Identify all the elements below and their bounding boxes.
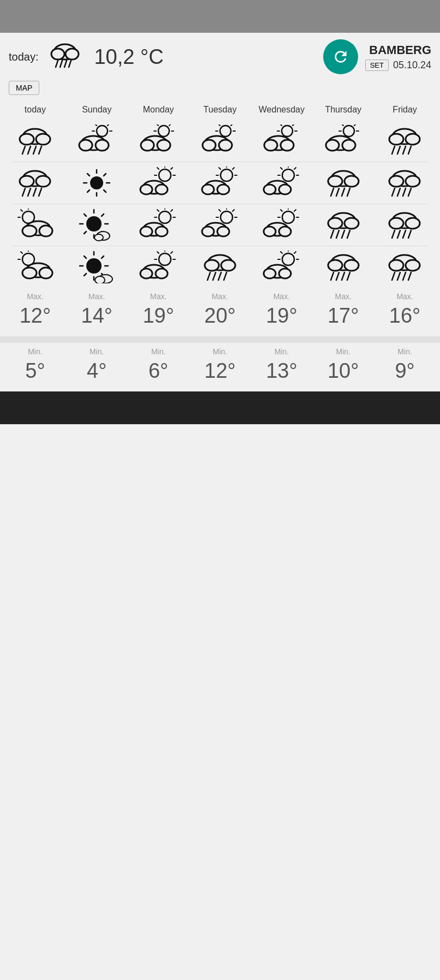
svg-line-214 [218,272,221,280]
svg-point-14 [97,126,108,136]
day-tuesday[interactable]: Tuesday [189,103,251,117]
svg-line-69 [22,188,25,196]
day-friday[interactable]: Friday [374,103,436,117]
svg-point-40 [219,140,232,151]
svg-line-65 [408,146,411,154]
weather-icon-r2c6 [319,167,368,199]
svg-line-172 [336,230,339,238]
icon-row-2 [4,162,436,204]
day-monday[interactable]: Monday [128,103,189,117]
svg-line-10 [22,146,25,154]
map-button[interactable]: MAP [9,81,39,95]
svg-line-135 [102,214,104,216]
day-sunday[interactable]: Sunday [66,103,128,117]
max-label-2: Max. [128,288,189,302]
svg-line-181 [408,230,411,238]
svg-line-119 [392,188,395,196]
svg-point-129 [39,225,52,236]
min-label-3: Min. [189,343,251,357]
svg-point-108 [279,185,291,194]
svg-point-189 [86,258,102,274]
svg-point-177 [406,218,420,229]
svg-point-2 [66,49,79,60]
weather-icon-r1c2 [72,124,121,157]
svg-line-5 [64,61,67,67]
day-today[interactable]: today [4,103,66,117]
svg-line-4 [60,61,62,67]
svg-point-49 [281,140,294,151]
max-temp-0: 12° [4,302,66,336]
svg-point-141 [159,211,171,223]
svg-line-112 [331,188,334,196]
weather-icon-r4c5 [257,251,306,283]
svg-line-212 [207,272,210,280]
date-display: 05.10.24 [393,60,431,71]
svg-line-80 [104,190,106,192]
max-temp-6: 16° [374,302,436,336]
svg-point-187 [22,268,37,278]
svg-point-57 [326,140,339,151]
svg-line-228 [331,272,334,280]
weather-icon-r4c7 [380,251,429,283]
max-label-6: Max. [374,288,436,302]
max-temp-4: 19° [251,302,312,336]
svg-line-195 [84,256,86,258]
svg-point-157 [202,227,214,236]
svg-line-28 [157,124,158,126]
refresh-button[interactable] [323,39,358,74]
svg-line-79 [87,174,90,176]
weather-icon-r2c3 [134,167,183,199]
svg-point-22 [96,140,109,151]
svg-line-146 [157,210,159,211]
svg-line-78 [104,174,106,176]
icon-row-1 [4,120,436,162]
svg-point-224 [279,269,291,278]
svg-point-208 [156,269,168,278]
day-wednesday[interactable]: Wednesday [251,103,312,117]
svg-line-37 [218,124,220,126]
svg-line-64 [403,146,406,154]
weather-icon-r1c3 [134,124,183,157]
svg-line-155 [219,210,221,211]
svg-line-194 [102,256,104,258]
weather-icon-r2c7 [380,167,429,199]
svg-point-148 [140,227,152,236]
weather-icon-r3c6 [319,209,368,241]
refresh-icon [332,48,349,66]
min-label-6: Min. [374,343,436,357]
svg-point-41 [282,126,293,136]
weather-icon-r3c1 [10,209,60,241]
svg-point-210 [205,260,219,271]
svg-point-130 [86,216,102,231]
svg-line-115 [347,188,350,196]
svg-point-91 [221,169,233,181]
weather-icon-r4c3 [134,251,183,283]
svg-point-233 [389,260,403,271]
weather-icon-r1c5 [257,124,306,157]
svg-point-117 [389,176,403,187]
svg-line-84 [171,168,173,169]
svg-point-82 [159,169,171,181]
weather-icon-r1c6 [319,124,368,157]
days-navigation: today Sunday Monday Tuesday Wednesday Th… [0,99,440,120]
svg-point-158 [217,227,229,236]
svg-point-50 [343,126,354,136]
svg-point-150 [221,211,233,223]
svg-line-236 [397,272,400,280]
min-temp-3: 12° [189,357,251,391]
svg-point-98 [202,185,214,194]
svg-point-9 [36,134,50,145]
header: today: 10,2 °C BAMBERG SET 05.10.24 [0,33,440,79]
set-button[interactable]: SET [365,60,389,71]
max-temp-5: 17° [312,302,374,336]
day-thursday[interactable]: Thursday [312,103,374,117]
svg-line-63 [397,146,400,154]
min-temp-row: 5° 4° 6° 12° 13° 10° 9° [0,357,440,391]
svg-line-235 [392,272,395,280]
weather-icon-r4c6 [319,251,368,283]
min-label-2: Min. [128,343,189,357]
svg-line-72 [39,188,41,196]
max-label-1: Max. [66,288,128,302]
svg-line-105 [281,168,282,169]
svg-point-100 [282,169,294,181]
